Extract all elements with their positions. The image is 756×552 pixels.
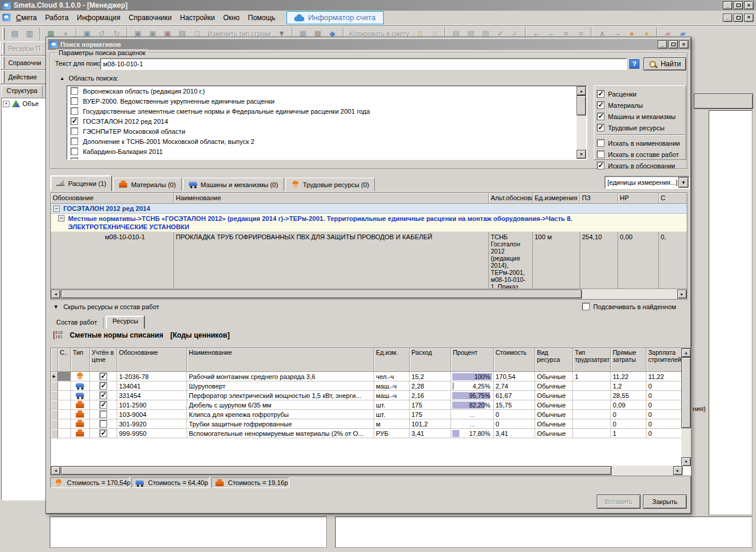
mdi-close-button[interactable]: ×: [744, 14, 754, 22]
resource-column-header[interactable]: С..: [58, 348, 71, 372]
tab-structure[interactable]: Структура: [1, 85, 43, 98]
tab-resources[interactable]: Ресурсы: [106, 316, 144, 329]
resource-row-3[interactable]: 101-2590Дюбель с шурупом 6/35 ммшт.17582…: [51, 400, 683, 410]
filter-checkbox[interactable]: [597, 124, 604, 131]
resource-row-1[interactable]: 134041Шуруповертмаш.-ч2,284,25%2,74Обычн…: [51, 381, 683, 391]
checkbox[interactable]: [582, 303, 590, 310]
resource-column-header[interactable]: Расход: [410, 348, 451, 372]
results-column-header[interactable]: Ед.измерения: [533, 193, 580, 204]
resource-column-header[interactable]: Тип трудозатрат: [573, 348, 611, 372]
database-checkbox[interactable]: [70, 117, 78, 125]
scroll-thumb[interactable]: [61, 290, 582, 299]
filter-1[interactable]: Материалы: [597, 100, 684, 111]
results-column-header[interactable]: Обоснование: [51, 193, 174, 204]
database-item-4[interactable]: ГЭСНПиТЕР Московской области: [67, 126, 587, 136]
search-in-checkbox[interactable]: [597, 150, 604, 158]
resource-row-5[interactable]: 301-9920Трубки защитные гофрированныем10…: [51, 419, 683, 429]
units-combo[interactable]: [единицы измерения...] ▼: [604, 176, 690, 189]
filter-3[interactable]: Трудовые ресурсы: [597, 122, 684, 133]
database-item-0[interactable]: Воронежская область (редакция 2010 г.): [67, 86, 587, 96]
included-checkbox[interactable]: [99, 429, 107, 437]
scroll-thumb[interactable]: [577, 95, 586, 115]
included-checkbox[interactable]: [99, 391, 107, 399]
result-tab-rate[interactable]: Расценки (1): [50, 175, 112, 191]
database-list-scrollbar[interactable]: ▲ ▼: [577, 86, 586, 159]
result-tab-machine[interactable]: Машины и механизмы (0): [183, 178, 284, 191]
codes-label[interactable]: [Коды ценников]: [170, 331, 230, 339]
results-group-row[interactable]: −ГОСЭТАЛОН 2012 ред 2014: [51, 204, 687, 214]
collapse-group-icon[interactable]: −: [53, 206, 60, 212]
results-column-header[interactable]: ПЗ: [580, 193, 618, 204]
search-in-checkbox[interactable]: [597, 139, 604, 147]
resource-row-2[interactable]: 331454Перфоратор электрический мощностью…: [51, 391, 683, 400]
resource-row-6[interactable]: 999-9950Вспомогательные ненормируемые ма…: [51, 429, 683, 438]
included-checkbox[interactable]: [99, 420, 107, 428]
minimize-button[interactable]: _: [723, 1, 732, 9]
resource-column-header[interactable]: Ед.изм.: [374, 348, 410, 372]
resource-row-4[interactable]: 103-9004Клипса для крепежа гофротрубышт.…: [51, 410, 683, 419]
resource-column-header[interactable]: Наименование: [187, 348, 374, 372]
scroll-left-icon[interactable]: ◄: [51, 290, 60, 299]
resource-column-header[interactable]: Прямые затраты: [611, 348, 646, 372]
scroll-down-icon[interactable]: ▼: [577, 150, 586, 159]
results-path-row[interactable]: −Местные нормативы->ТСНБ «ГОСЭТАЛОН 2012…: [51, 214, 687, 232]
filter-checkbox[interactable]: [597, 90, 604, 98]
filter-checkbox[interactable]: [597, 101, 604, 109]
resource-column-header[interactable]: Стоимость: [494, 348, 535, 372]
included-checkbox[interactable]: [99, 382, 107, 390]
scroll-down-icon[interactable]: ▼: [681, 457, 691, 466]
close-button[interactable]: ×: [744, 1, 754, 9]
database-item-5[interactable]: Дополнение к ТСНБ-2001 Московской област…: [67, 136, 587, 146]
combo-arrow-icon[interactable]: ▼: [678, 177, 689, 188]
menu-item-3[interactable]: Справочники: [124, 12, 176, 24]
resource-column-header[interactable]: Процент: [451, 348, 494, 372]
tree-add-icon[interactable]: ▥: [23, 27, 36, 40]
filter-2[interactable]: Машины и механизмы: [597, 111, 684, 122]
database-checkbox[interactable]: [70, 87, 78, 95]
dialog-maximize-button[interactable]: [668, 40, 678, 49]
tab-work-composition[interactable]: Состав работ: [50, 317, 104, 329]
included-checkbox[interactable]: [99, 401, 107, 409]
scope-toggle[interactable]: ▲ Область поиска:: [60, 75, 118, 82]
menu-item-1[interactable]: Работа: [41, 12, 73, 24]
menu-item-5[interactable]: Окно: [219, 12, 244, 24]
resource-vscrollbar[interactable]: ▲▼: [681, 348, 691, 466]
collapse-path-icon[interactable]: −: [58, 215, 65, 222]
resource-column-header[interactable]: Тип: [71, 348, 90, 372]
results-column-header[interactable]: С: [659, 193, 687, 204]
results-column-header[interactable]: НР: [618, 193, 659, 204]
database-item-3[interactable]: ГОСЭТАЛОН 2012 ред 2014: [67, 116, 587, 126]
search-in-1[interactable]: Искать в составе работ: [597, 149, 684, 160]
results-column-header[interactable]: Альт.обоснование: [489, 193, 533, 204]
scroll-right-icon[interactable]: ►: [677, 290, 687, 299]
database-checkbox[interactable]: [70, 107, 78, 115]
mdi-minimize-button[interactable]: _: [723, 14, 732, 22]
scroll-thumb[interactable]: [681, 357, 691, 428]
scroll-right-icon[interactable]: ►: [673, 466, 683, 475]
result-tab-material[interactable]: Материалы (0): [113, 178, 181, 191]
database-checkbox[interactable]: [70, 137, 78, 145]
resource-column-header[interactable]: Учтён в цене: [90, 348, 117, 372]
database-checkbox[interactable]: [70, 158, 78, 160]
results-column-header[interactable]: Наименование: [174, 193, 489, 204]
mdi-restore-button[interactable]: [734, 14, 743, 22]
resource-column-header[interactable]: Зарплата строителей: [646, 348, 683, 372]
filter-checkbox[interactable]: [597, 113, 604, 120]
database-item-6[interactable]: Кабардино-Балкария 2011: [67, 146, 587, 156]
database-item-1[interactable]: ВУЕР-2000. Ведомственные укрупненные еди…: [67, 96, 587, 106]
database-checkbox[interactable]: [70, 127, 78, 135]
results-data-row[interactable]: м08-10-010-1ПРОКЛАДКА ТРУБ ГОФРИРОВАННЫХ…: [51, 232, 687, 289]
scroll-up-icon[interactable]: ▲: [681, 348, 691, 357]
help-button[interactable]: ?: [629, 59, 639, 69]
scroll-thumb[interactable]: [61, 466, 612, 475]
search-in-2[interactable]: Искать в обосновании: [597, 160, 684, 171]
informer-button[interactable]: Информатор счета: [287, 11, 383, 24]
menu-item-4[interactable]: Настройки: [176, 12, 219, 24]
menu-item-2[interactable]: Информация: [73, 12, 124, 24]
dialog-minimize-button[interactable]: _: [658, 40, 667, 49]
scroll-left-icon[interactable]: ◄: [51, 466, 60, 475]
tree-structure-icon[interactable]: ▤: [8, 27, 21, 40]
scroll-up-icon[interactable]: ▲: [577, 86, 586, 95]
menu-item-0[interactable]: Смета: [12, 12, 41, 24]
tree-expand-icon[interactable]: +: [3, 101, 9, 107]
